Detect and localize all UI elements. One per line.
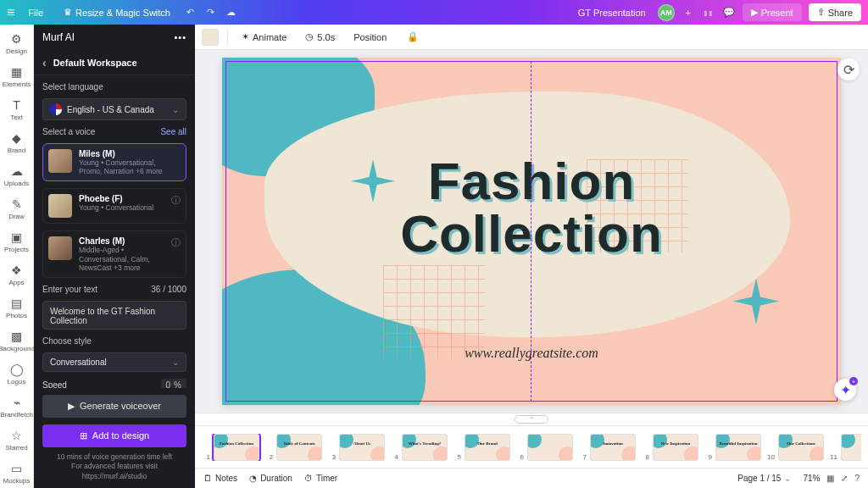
rail-label: Brandfetch [0,411,33,419]
share-button[interactable]: ⇪Share [809,3,861,21]
advanced-link[interactable]: For advanced features visit https://murf… [42,462,186,481]
position-button[interactable]: Position [348,29,392,46]
voice-label: Select a voice [42,127,95,136]
resize-magic-button[interactable]: ♛ Resize & Magic Switch [57,3,177,21]
slide-thumb[interactable]: Our Brand [465,434,510,461]
text-input[interactable]: Welcome to the GT Fashion Collection [42,301,186,330]
rail-label: Uploads [4,180,29,187]
slide-thumb[interactable]: New Inspiration [653,434,698,461]
duration-button[interactable]: ◷5.0s [300,28,340,46]
rail-elements[interactable]: ▦Elements [0,61,33,92]
voice-name: Miles (M) [79,149,181,158]
notes-button[interactable]: 🗒Notes [203,474,237,483]
help-icon[interactable]: ? [854,474,860,483]
present-button[interactable]: ▶Present [743,3,802,21]
murf-panel: Murf AI ••• ‹ Default Workspace Select l… [34,25,195,488]
rail-starred[interactable]: ☆Starred [0,424,33,456]
add-member-icon[interactable]: + [682,6,695,19]
ai-assist-button[interactable]: ✦ [834,379,856,401]
avatar[interactable]: AM [658,4,675,21]
duration-button[interactable]: ◔Duration [249,474,292,483]
info-icon[interactable]: ⓘ [171,236,181,249]
rail-brand[interactable]: ◆Brand [0,127,33,158]
page-indicator[interactable]: Page 1 / 15⌄ [737,474,791,483]
comment-icon[interactable]: 💬 [722,6,736,19]
text-label: Enter your text [42,285,97,294]
timer-button[interactable]: ⏱Timer [304,474,337,483]
rail-apps[interactable]: ❖Apps [0,259,33,291]
back-icon[interactable]: ‹ [42,56,47,69]
rail-label: Logos [8,378,26,385]
rail-brandfetch[interactable]: ⌁Brandfetch [0,391,33,423]
undo-icon[interactable]: ↶ [184,6,198,19]
redo-icon[interactable]: ↷ [204,6,218,19]
time-left: 10 mins of voice generation time left [42,452,186,462]
slide-thumb[interactable] [841,434,861,461]
speed-label: Speed [42,380,67,388]
rail-label: Mockups [3,477,30,485]
refresh-page-button[interactable]: ⟳ [837,58,860,80]
canvas-area[interactable]: Fashion Collection www.reallygreatsite.c… [195,50,868,413]
grid-view-icon[interactable]: ▦ [826,474,834,483]
speed-value: 0 [166,380,171,388]
voice-meta: Middle-Aged • Conversational, Calm, News… [79,246,164,272]
voice-avatar [48,236,72,260]
rail-background[interactable]: ▩Background [0,325,33,357]
workspace-row[interactable]: ‹ Default Workspace [34,50,195,75]
voice-option-miles[interactable]: Miles (M)Young • Conversational, Promo, … [42,143,186,181]
lock-button[interactable]: 🔒 [402,28,424,46]
voice-name: Charles (M) [79,236,164,246]
voice-label-row: Select a voice See all [42,127,186,136]
analytics-icon[interactable]: ⫾⫾ [702,6,715,19]
add-to-design-button[interactable]: ⊞Add to design [42,424,186,447]
slide-thumb[interactable] [527,434,573,461]
style-select[interactable]: Conversational ⌄ [42,352,186,372]
rail-uploads[interactable]: ☁Uploads [0,160,33,191]
voice-avatar [48,194,72,218]
rail-draw[interactable]: ✎Draw [0,193,33,225]
fullscreen-icon[interactable]: ⤢ [841,474,848,483]
slide-thumb[interactable]: Table of Contents [276,434,322,461]
voice-option-phoebe[interactable]: Phoebe (F)Young • Conversational ⓘ [42,188,186,224]
rail-label: Apps [8,279,24,286]
style-label: Choose style [42,336,186,346]
more-icon[interactable]: ••• [174,32,186,42]
rail-mockups[interactable]: ▭Mockups [0,458,33,488]
slide-page[interactable]: Fashion Collection www.reallygreatsite.c… [222,58,841,405]
rail-logos[interactable]: ◯Logos [0,358,33,390]
file-menu[interactable]: File [21,4,50,21]
style-value: Conversational [50,358,107,367]
slide-thumb[interactable]: What's Trending? [402,434,448,461]
background-color-swatch[interactable] [202,29,219,46]
design-icon: ⚙ [10,32,24,46]
slide-thumb[interactable]: Our Collections [778,434,824,461]
language-select[interactable]: English - US & Canada ⌄ [42,98,186,120]
text-count: 36 / 1000 [151,285,186,294]
rail-text[interactable]: TText [0,94,33,125]
voice-option-charles[interactable]: Charles (M)Middle-Aged • Conversational,… [42,230,186,278]
zoom-value[interactable]: 71% [803,474,820,483]
document-name[interactable]: GT Presentation [578,8,646,18]
elements-icon: ▦ [10,65,24,79]
thumb-title: Our Collections [779,441,823,446]
rail-design[interactable]: ⚙Design [0,28,33,59]
rail-photos[interactable]: ▤Photos [0,292,33,324]
pct: % [174,380,181,388]
slide-thumb[interactable]: Fashion Collection [214,434,259,461]
rail-projects[interactable]: ▣Projects [0,226,33,258]
slide-thumb[interactable]: About Us [339,434,385,461]
slide-thumb[interactable]: Beautiful Inspiration [715,434,761,461]
slide-number: 10 [766,453,775,461]
menu-icon[interactable]: ≡ [7,5,14,20]
timeline-handle[interactable]: ⌃ [515,415,548,424]
slide-strip-scroll[interactable]: 1Fashion Collection 2Table of Contents 3… [202,434,861,461]
slide-thumb[interactable]: Innovation [590,434,636,461]
panel-actions: ▶Generate voiceover ⊞Add to design [34,388,195,452]
see-all-link[interactable]: See all [160,127,186,136]
speed-row: Speed 0% [42,379,186,388]
info-icon[interactable]: ⓘ [171,194,181,207]
left-rail: ⚙Design ▦Elements TText ◆Brand ☁Uploads … [0,25,34,488]
voice-meta: Young • Conversational, Promo, Narration… [79,158,181,175]
animate-button[interactable]: ✶Animate [236,28,292,46]
generate-button[interactable]: ▶Generate voiceover [42,395,186,418]
